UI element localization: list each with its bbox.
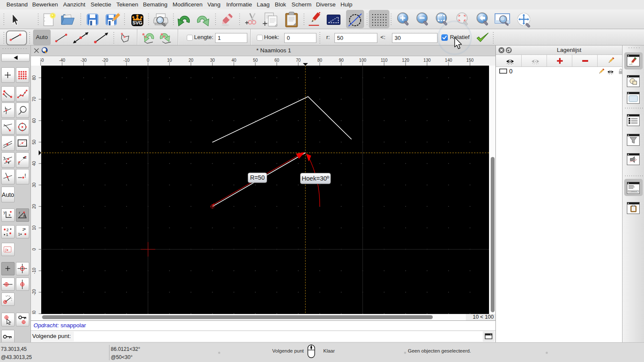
svg-text:Hoek=30º: Hoek=30º xyxy=(302,175,329,182)
svg-text:-50: -50 xyxy=(40,58,44,63)
svg-text:50: 50 xyxy=(253,58,258,63)
svg-text:40: 40 xyxy=(32,161,36,166)
svg-text:1: 1 xyxy=(6,232,8,237)
svg-text:70: 70 xyxy=(296,58,301,63)
svg-text:2: 2 xyxy=(6,228,9,232)
svg-text:50: 50 xyxy=(32,139,36,145)
svg-text:R=50: R=50 xyxy=(250,174,265,181)
svg-text:80: 80 xyxy=(317,58,322,63)
svg-text:-20: -20 xyxy=(32,289,36,296)
svg-text:-40: -40 xyxy=(59,58,65,63)
svg-text:-30: -30 xyxy=(80,58,87,63)
svg-text:-10: -10 xyxy=(123,58,130,63)
svg-text:20: 20 xyxy=(188,58,194,63)
svg-text:r: r xyxy=(19,211,20,215)
svg-text:10: 10 xyxy=(167,58,172,63)
svg-text:a: a xyxy=(23,214,25,218)
svg-text:-20: -20 xyxy=(102,58,108,63)
svg-text:10: 10 xyxy=(32,225,36,230)
svg-text:130: 130 xyxy=(423,58,431,63)
svg-text:110: 110 xyxy=(381,58,388,63)
svg-text:140: 140 xyxy=(445,58,452,63)
svg-text:!: ! xyxy=(24,172,26,179)
svg-text:80: 80 xyxy=(32,75,36,80)
svg-text:100: 100 xyxy=(359,58,366,63)
svg-text:y: y xyxy=(3,210,6,214)
svg-text:2: 2 xyxy=(22,227,24,232)
svg-text:60: 60 xyxy=(32,118,36,123)
svg-text:120: 120 xyxy=(402,58,409,63)
svg-text:< command: < command xyxy=(629,190,637,192)
svg-text:0: 0 xyxy=(147,58,149,63)
svg-text:x: x xyxy=(9,213,11,217)
svg-text:150: 150 xyxy=(466,58,474,63)
svg-text:-30: -30 xyxy=(32,311,36,314)
svg-text:30: 30 xyxy=(210,58,215,63)
svg-text:-10: -10 xyxy=(32,268,36,274)
svg-text:1: 1 xyxy=(18,232,20,236)
svg-text:30: 30 xyxy=(32,182,36,187)
svg-text:0: 0 xyxy=(32,248,36,250)
svg-text:70: 70 xyxy=(32,97,36,102)
svg-text:40: 40 xyxy=(231,58,237,63)
svg-text:SVG: SVG xyxy=(132,20,142,25)
svg-text:60: 60 xyxy=(274,58,279,63)
svg-text:90: 90 xyxy=(339,58,344,63)
svg-text:20: 20 xyxy=(32,204,36,209)
